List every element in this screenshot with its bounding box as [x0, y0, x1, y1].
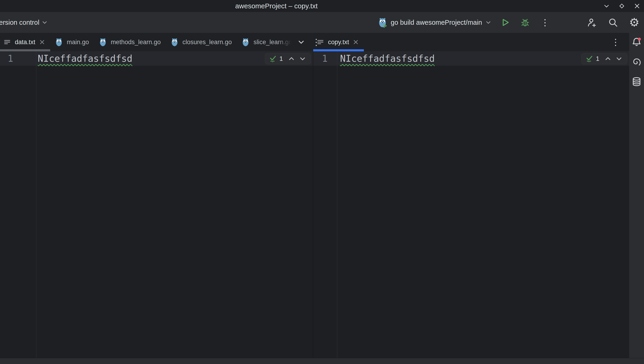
more-actions-button[interactable]: ⋮: [539, 16, 551, 28]
toolbar-actions: go build awesomeProject/main: [378, 12, 644, 33]
previous-problem-button[interactable]: [287, 54, 296, 63]
go-gopher-icon: [242, 38, 250, 47]
tab-closures-learn-go[interactable]: closures_learn.go: [166, 33, 237, 51]
tab-main-go[interactable]: main.go: [50, 33, 94, 51]
chevron-down-icon: [603, 3, 610, 9]
tab-data-txt[interactable]: data.txt: [0, 33, 50, 51]
notifications-button[interactable]: [631, 36, 642, 47]
play-icon: [500, 18, 510, 27]
ai-swirl-icon: [632, 57, 642, 66]
typo-check-icon: [269, 54, 277, 63]
code-text: NIceffadfasfsdfsd: [340, 53, 435, 64]
next-problem-button[interactable]: [298, 54, 307, 63]
tab-group-left: data.txt main.go: [0, 33, 313, 51]
tab-label: copy.txt: [328, 38, 349, 46]
text-file-icon: [316, 38, 324, 46]
line-number: 1: [0, 53, 36, 64]
vcs-label: ersion control: [0, 19, 39, 26]
tab-slice-learn-go[interactable]: slice_learn.go: [237, 33, 298, 51]
inspections-widget: 1: [581, 53, 627, 64]
close-icon: [634, 3, 640, 9]
editor-split-area: 1 NIceffadfasfsdfsd 1: [0, 51, 629, 358]
go-gopher-icon: [99, 38, 107, 47]
inspections-widget: 1: [265, 53, 311, 64]
kebab-menu-icon: ⋮: [540, 18, 550, 27]
close-icon[interactable]: [39, 39, 45, 45]
tab-options-kebab-icon[interactable]: ⋮: [611, 38, 620, 46]
database-icon: [632, 76, 642, 87]
window-maximize-button[interactable]: [617, 2, 626, 11]
status-bar: [0, 358, 644, 364]
tab-label: slice_learn.go: [254, 38, 292, 46]
main-toolbar: ersion control go build awesomePr: [0, 12, 644, 33]
chevron-down-icon: [485, 20, 491, 26]
bug-icon: [520, 18, 530, 27]
code-text: NIceffadfasfsdfsd: [38, 53, 132, 64]
debug-button[interactable]: [519, 16, 531, 28]
search-icon: [608, 17, 618, 28]
search-everywhere-button[interactable]: [607, 16, 619, 28]
typo-check-icon: [585, 54, 594, 63]
chevron-down-icon: [42, 20, 48, 26]
tab-underline: [313, 49, 364, 51]
close-icon[interactable]: [353, 39, 359, 45]
run-configuration-selector[interactable]: go build awesomeProject/main: [378, 17, 491, 28]
tab-label: data.txt: [15, 38, 36, 46]
bell-icon: [631, 36, 642, 47]
tab-label: main.go: [67, 38, 89, 46]
text-file-icon: [3, 38, 11, 46]
inspection-count: 1: [280, 55, 283, 62]
go-gopher-run-icon: [378, 17, 388, 28]
window-titlebar: awesomeProject – copy.txt: [0, 0, 644, 12]
database-button[interactable]: [631, 76, 642, 87]
tab-group-right: copy.txt ⋮: [313, 33, 644, 51]
show-hidden-tabs-button[interactable]: [298, 38, 305, 46]
ai-assistant-button[interactable]: [631, 56, 642, 67]
next-problem-button[interactable]: [614, 54, 624, 63]
run-configuration-label: go build awesomeProject/main: [391, 19, 482, 26]
run-button[interactable]: [499, 16, 511, 28]
settings-button[interactable]: ⚙: [628, 16, 640, 28]
tab-label: closures_learn.go: [182, 38, 232, 46]
window-close-button[interactable]: [632, 2, 642, 11]
inspection-count: 1: [596, 55, 599, 62]
editor-tabbar: data.txt main.go: [0, 33, 644, 51]
window-controls: [602, 0, 642, 12]
gutter-border: [36, 51, 36, 358]
previous-problem-button[interactable]: [604, 54, 612, 63]
tab-underline: [0, 49, 50, 51]
code-with-me-button[interactable]: [586, 16, 598, 28]
editor-pane-left[interactable]: 1 NIceffadfasfsdfsd 1: [0, 51, 313, 358]
window-minimize-button[interactable]: [602, 2, 611, 11]
tab-methods-learn-go[interactable]: methods_learn.go: [94, 33, 166, 51]
gutter-border: [337, 51, 337, 358]
go-gopher-icon: [171, 38, 179, 47]
go-gopher-icon: [55, 38, 63, 47]
editor-pane-right[interactable]: 1 NIceffadfasfsdfsd 1: [313, 51, 629, 358]
window-title: awesomeProject – copy.txt: [235, 0, 318, 12]
tab-copy-txt[interactable]: copy.txt: [313, 33, 364, 51]
add-user-icon: [587, 17, 597, 28]
tab-label: methods_learn.go: [111, 38, 161, 46]
right-toolwindow-stripe: [629, 33, 644, 364]
ide-window: awesomeProject – copy.txt ersion control: [0, 0, 644, 364]
gear-icon: ⚙: [629, 17, 640, 28]
vcs-widget[interactable]: ersion control: [0, 12, 48, 33]
diamond-icon: [618, 3, 625, 9]
line-number: 1: [313, 53, 337, 64]
